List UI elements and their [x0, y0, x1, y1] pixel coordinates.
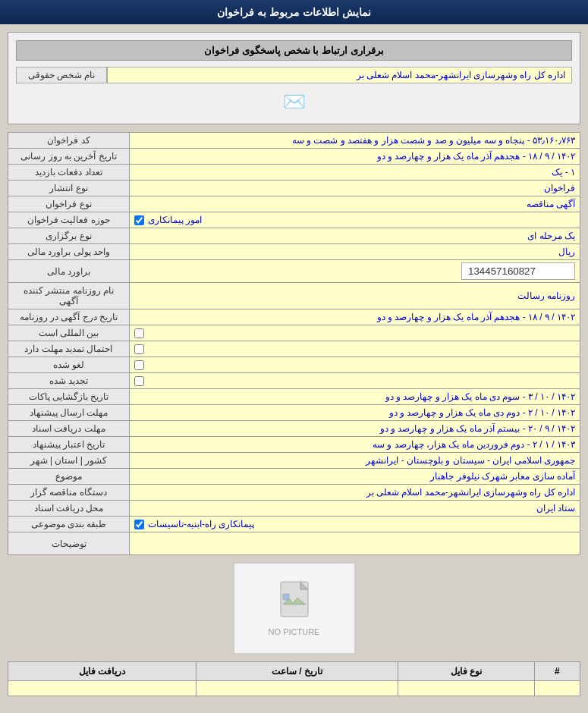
extension-checkbox[interactable]: [134, 344, 144, 354]
cell-label: دستگاه مناقصه گزار: [8, 485, 130, 501]
cell-label: نوع انتشار: [8, 181, 130, 196]
bottom-cell: [8, 681, 197, 696]
cell-value: اداره کل راه وشهرسازی ایرانشهر-محمد اسلا…: [130, 485, 580, 501]
cell-value: ۱۴۰۲ / ۱۰ / ۳ - سوم دی ماه یک هزار و چها…: [130, 389, 580, 405]
cell-label: نام روزنامه منتشر کننده آگهی: [8, 283, 130, 309]
cell-label: محل دریافت اسناد: [8, 501, 130, 517]
table-row: یک مرحله ای نوع برگزاری: [8, 228, 580, 244]
cancelled-checkbox[interactable]: [134, 360, 144, 370]
cell-value: ۱۴۰۳ / ۱ / ۲ - دوم فروردین ماه یک هزار، …: [130, 437, 580, 453]
cell-value: [130, 341, 580, 357]
table-row: ۱۴۰۲ / ۹ / ۱۸ - هجدهم آذر ماه یک هزار و …: [8, 309, 580, 325]
table-row: بین المللی است: [8, 325, 580, 341]
cell-value: روزنامه رسالت: [130, 283, 580, 309]
main-container: نمایش اطلاعات مربوط به فراخوان برقراری ا…: [0, 0, 588, 704]
cell-value: ۱۴۰۲ / ۹ / ۲۰ - بیستم آذر ماه یک هزار و …: [130, 421, 580, 437]
table-row: ۱۴۰۲ / ۹ / ۱۸ - هجدهم آذر ماه یک هزار و …: [8, 149, 580, 165]
cell-value: ۱۴۰۲ / ۹ / ۱۸ - هجدهم آذر ماه یک هزار و …: [130, 309, 580, 325]
bottom-table: # نوع فایل تاریخ / ساعت دریافت فایل: [8, 661, 580, 696]
contact-name-label: نام شخص حقوقی: [16, 67, 107, 83]
cell-label: بین المللی است: [8, 325, 130, 341]
cell-value: جمهوری اسلامی ایران - سیستان و بلوچستان …: [130, 453, 580, 469]
table-row: ۵۳٫۱۶۰٫۷۶۳ - پنجاه و سه میلیون و صد و شص…: [8, 133, 580, 149]
table-row: پیمانکاری راه-ابنیه-تاسیسات طبقه بندی مو…: [8, 517, 580, 532]
activity-checkbox[interactable]: [134, 215, 144, 225]
cell-label: موضوع: [8, 469, 130, 485]
category-label: پیمانکاری راه-ابنیه-تاسیسات: [148, 519, 254, 529]
table-row: تجدید شده: [8, 373, 580, 389]
budget-input[interactable]: [461, 262, 575, 280]
table-row: توضیحات: [8, 532, 580, 555]
table-row: ۱ - یک تعداد دفعات بازدید: [8, 165, 580, 181]
svg-rect-4: [283, 594, 289, 600]
table-row: ۱۴۰۳ / ۱ / ۲ - دوم فروردین ماه یک هزار، …: [8, 437, 580, 453]
cell-value: ۱۴۰۲ / ۹ / ۱۸ - هجدهم آذر ماه یک هزار و …: [130, 149, 580, 165]
category-checkbox[interactable]: [134, 520, 144, 529]
cell-label: نوع فراخوان: [8, 196, 130, 212]
info-table: ۵۳٫۱۶۰٫۷۶۳ - پنجاه و سه میلیون و صد و شص…: [8, 132, 580, 555]
cell-value: پیمانکاری راه-ابنیه-تاسیسات: [130, 517, 580, 532]
bottom-cell: [534, 681, 580, 696]
cell-label: مهلت دریافت اسناد: [8, 421, 130, 437]
cell-value: ریال: [130, 244, 580, 260]
table-row: فراخوان نوع انتشار: [8, 181, 580, 196]
bottom-cell: [398, 681, 534, 696]
table-row: امور پیمانکاری حوزه فعالیت فراخوان: [8, 212, 580, 228]
table-row: ۱۴۰۲ / ۱۰ / ۲ - دوم دی ماه یک هزار و چها…: [8, 405, 580, 421]
cell-value: ۱ - یک: [130, 165, 580, 181]
cell-value: [130, 325, 580, 341]
bottom-table-header-type: نوع فایل: [398, 662, 534, 681]
title-text: نمایش اطلاعات مربوط به فراخوان: [217, 6, 371, 18]
cell-label: نوع برگزاری: [8, 228, 130, 244]
no-picture-text: NO PICTURE: [269, 627, 320, 636]
bottom-table-row: [8, 681, 580, 696]
activity-label: امور پیمانکاری: [148, 215, 202, 225]
cell-label: واحد پولی براورد مالی: [8, 244, 130, 260]
cell-value: آماده سازی معابر شهرک نیلوفر جاهبار: [130, 469, 580, 485]
cell-label: براورد مالی: [8, 260, 130, 283]
email-icon: ✉️: [16, 87, 572, 116]
cell-label: تجدید شده: [8, 373, 130, 389]
table-row: ریال واحد پولی براورد مالی: [8, 244, 580, 260]
table-row: اداره کل راه وشهرسازی ایرانشهر-محمد اسلا…: [8, 485, 580, 501]
cell-value: ۵۳٫۱۶۰٫۷۶۳ - پنجاه و سه میلیون و صد و شص…: [130, 133, 580, 149]
no-picture-box: NO PICTURE: [234, 563, 355, 654]
cell-value: [130, 260, 580, 283]
table-row: احتمال تمدید مهلت دارد: [8, 341, 580, 357]
cell-label: مهلت ارسال پیشنهاد: [8, 405, 130, 421]
table-row: براورد مالی: [8, 260, 580, 283]
table-row: ۱۴۰۲ / ۹ / ۲۰ - بیستم آذر ماه یک هزار و …: [8, 421, 580, 437]
cell-label: تاریخ بازگشایی پاکات: [8, 389, 130, 405]
cell-value: امور پیمانکاری: [130, 212, 580, 228]
contact-box: برقراری ارتباط با شخص پاسخگوی فراخوان اد…: [8, 32, 580, 124]
table-row: آگهی مناقصه نوع فراخوان: [8, 196, 580, 212]
table-row: روزنامه رسالت نام روزنامه منتشر کننده آگ…: [8, 283, 580, 309]
contact-name-value: اداره کل راه وشهرسازی ایرانشهر-محمد اسلا…: [107, 67, 572, 83]
cell-label: طبقه بندی موضوعی: [8, 517, 130, 532]
cell-value: فراخوان: [130, 181, 580, 196]
table-row: جمهوری اسلامی ایران - سیستان و بلوچستان …: [8, 453, 580, 469]
bottom-table-header-num: #: [534, 662, 580, 681]
cell-label: توضیحات: [8, 532, 130, 555]
cell-label: تاریخ اعتبار پیشنهاد: [8, 437, 130, 453]
title-bar: نمایش اطلاعات مربوط به فراخوان: [0, 0, 588, 24]
contact-row: اداره کل راه وشهرسازی ایرانشهر-محمد اسلا…: [16, 67, 572, 83]
table-row: ۱۴۰۲ / ۱۰ / ۳ - سوم دی ماه یک هزار و چها…: [8, 389, 580, 405]
contact-header: برقراری ارتباط با شخص پاسخگوی فراخوان: [16, 40, 572, 61]
cell-label: تاریخ درج آگهی در روزنامه: [8, 309, 130, 325]
cell-value: آگهی مناقصه: [130, 196, 580, 212]
cell-label: کشور | استان | شهر: [8, 453, 130, 469]
international-checkbox[interactable]: [134, 328, 144, 338]
cell-label: کد فراخوان: [8, 133, 130, 149]
cell-value: [130, 357, 580, 373]
bottom-table-header-download: دریافت فایل: [8, 662, 197, 681]
cell-value: [130, 373, 580, 389]
cell-value: ستاد ایران: [130, 501, 580, 517]
table-row: لغو شده: [8, 357, 580, 373]
bottom-cell: [196, 681, 398, 696]
renewed-checkbox[interactable]: [134, 376, 144, 386]
cell-label: تعداد دفعات بازدید: [8, 165, 130, 181]
cell-value: یک مرحله ای: [130, 228, 580, 244]
table-row: آماده سازی معابر شهرک نیلوفر جاهبار موضو…: [8, 469, 580, 485]
info-section: ۵۳٫۱۶۰٫۷۶۳ - پنجاه و سه میلیون و صد و شص…: [8, 132, 580, 696]
